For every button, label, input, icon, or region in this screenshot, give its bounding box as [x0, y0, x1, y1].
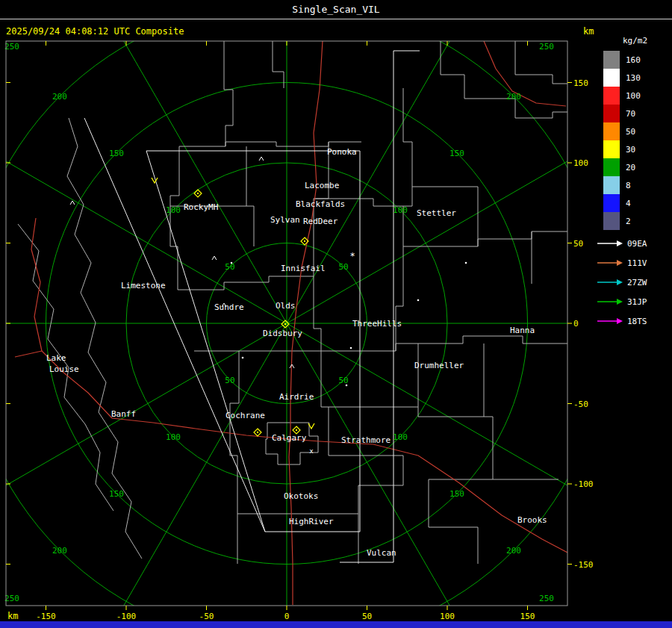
x-axis-label: 0	[284, 612, 290, 621]
y-axis-label: 0	[573, 319, 579, 329]
city-label-calgary: Calgary	[272, 433, 307, 443]
y-axis-label: 150	[573, 78, 588, 88]
radar-site-dot-1	[304, 240, 305, 242]
track-id-31JP: 31JP	[627, 297, 647, 307]
x-axis-label: -50	[199, 612, 214, 621]
colorbar-value: 20	[626, 163, 635, 172]
ring-label-150: 150	[109, 489, 124, 499]
city-label-drumheller: Drumheller	[414, 361, 464, 370]
town-dot-icon	[231, 262, 233, 264]
ring-label-100: 100	[166, 432, 181, 442]
town-dot-icon	[465, 262, 467, 264]
city-label-innisfail: Innisfail	[281, 264, 326, 273]
colorbar-swatch-100	[603, 87, 620, 105]
colorbar-swatch-70	[603, 105, 620, 122]
city-label-brooks: Brooks	[517, 515, 547, 525]
y-axis-label: -150	[573, 560, 594, 570]
colorbar-swatch-8	[603, 176, 620, 194]
city-label-threehills: ThreeHills	[352, 319, 402, 329]
city-label-limestone: Limestone	[121, 281, 166, 290]
ring-label-50: 50	[225, 262, 234, 272]
radar-site-dot-0	[197, 193, 199, 194]
x-axis-label: -150	[36, 612, 56, 621]
ring-label-200: 200	[52, 92, 67, 102]
cross-icon: x	[309, 447, 314, 455]
colorbar-swatch-2	[603, 212, 620, 230]
city-label-ponoka: Ponoka	[327, 147, 357, 157]
ring-label-50: 50	[338, 376, 348, 385]
bottom-status-bar	[0, 621, 672, 628]
city-label-reddeer: RedDeer	[303, 217, 338, 226]
ring-label-250: 250	[4, 42, 19, 52]
ring-label-250: 250	[4, 594, 19, 603]
y-axis-label: 50	[573, 239, 583, 249]
y-axis-label: -50	[573, 400, 588, 409]
city-label-stettler: Stettler	[417, 208, 456, 218]
city-label-vulcan: Vulcan	[367, 548, 396, 558]
x-axis-label: 100	[440, 612, 455, 621]
ring-label-200: 200	[52, 546, 67, 556]
city-label-cochrane: Cochrane	[225, 411, 265, 420]
ring-label-150: 150	[449, 489, 464, 499]
x-axis-label: -100	[116, 612, 137, 621]
asterisk-icon: *	[349, 251, 355, 261]
radar-site-dot-3	[257, 432, 258, 433]
ring-label-100: 100	[393, 205, 408, 215]
ring-label-200: 200	[506, 92, 521, 102]
town-dot-icon	[346, 385, 348, 387]
y-axis-unit-label: km	[583, 26, 594, 37]
radar-site-dot-2	[284, 323, 286, 325]
city-label-blackfalds: Blackfalds	[296, 199, 345, 209]
town-dot-icon	[350, 347, 352, 349]
x-axis-label: 50	[362, 612, 372, 621]
track-id-09EA: 09EA	[627, 239, 647, 249]
city-label-hanna: Hanna	[510, 326, 535, 335]
colorbar-value: 130	[626, 73, 641, 83]
window-title: Single_Scan_VIL	[292, 4, 380, 15]
city-label-airdrie: Airdrie	[279, 392, 314, 402]
city-label-lacombe: Lacombe	[305, 181, 339, 190]
x-axis-unit-label: km	[7, 611, 18, 621]
track-id-111V: 111V	[627, 258, 647, 268]
ring-label-50: 50	[338, 262, 348, 272]
colorbar-value: 100	[626, 91, 641, 101]
city-label-lake: Lake	[46, 353, 66, 363]
radar-site-dot-4	[296, 429, 297, 431]
y-axis-label: 100	[573, 158, 588, 168]
track-id-27ZW: 27ZW	[627, 278, 647, 287]
ring-label-50: 50	[225, 376, 234, 385]
colorbar-value: 4	[626, 199, 631, 208]
track-id-18TS: 18TS	[627, 317, 647, 326]
colorbar-value: 160	[626, 55, 641, 65]
colorbar-value: 2	[626, 217, 631, 226]
city-label-banff: Banff	[111, 409, 136, 419]
ring-label-250: 250	[539, 42, 554, 52]
town-dot-icon	[242, 357, 244, 359]
ring-label-250: 250	[539, 594, 554, 603]
colorbar-title: kg/m2	[623, 36, 647, 46]
city-label-highriver: HighRiver	[289, 517, 334, 526]
city-label-rockymh: RockyMH	[184, 202, 218, 212]
city-label-strathmore: Strathmore	[341, 435, 391, 445]
ring-label-200: 200	[506, 546, 521, 556]
x-axis-label: 150	[520, 612, 535, 621]
colorbar-swatch-130	[603, 69, 620, 87]
city-label-didsbury: Didsbury	[263, 329, 302, 338]
colorbar-swatch-30	[603, 140, 620, 158]
ring-label-150: 150	[449, 149, 464, 158]
colorbar-swatch-4	[603, 194, 620, 212]
colorbar-swatch-20	[603, 158, 620, 176]
colorbar-swatch-50	[603, 122, 620, 140]
ring-label-100: 100	[166, 205, 181, 215]
colorbar-value: 8	[626, 181, 631, 190]
ring-label-100: 100	[393, 432, 408, 442]
ring-label-150: 150	[109, 149, 124, 158]
city-label-okotoks: Okotoks	[284, 491, 318, 501]
colorbar-value: 30	[626, 145, 635, 155]
city-label-sundre: Sundre	[214, 302, 244, 312]
colorbar-value: 50	[626, 127, 635, 137]
city-label-louise: Louise	[49, 364, 79, 374]
city-label-sylvan: Sylvan	[270, 215, 300, 225]
colorbar-swatch-160	[603, 51, 620, 69]
radar-window: Single_Scan_VIL 2025/09/24 04:08:12 UTC …	[0, 0, 672, 628]
